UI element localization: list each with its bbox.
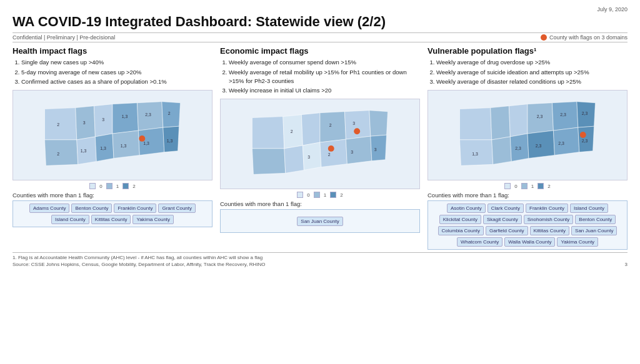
- economic-list: Weekly average of consumer spend down >1…: [220, 58, 420, 96]
- health-counties-box: Adams County Benton County Franklin Coun…: [12, 200, 212, 227]
- vul-county-asotin: Asotin County: [447, 204, 486, 213]
- county-benton: Benton County: [71, 204, 112, 213]
- vul-county-whatcom: Whatcom County: [457, 237, 502, 247]
- svg-marker-49: [460, 108, 492, 140]
- svg-text:1,3: 1,3: [122, 115, 128, 119]
- svg-text:3: 3: [83, 121, 86, 125]
- vulnerable-map-legend: 0 1 2: [428, 183, 628, 189]
- svg-marker-28: [283, 115, 303, 149]
- vulnerable-counties-grid: Asotin County Clark County Franklin Coun…: [432, 204, 623, 247]
- economic-item-2: Weekly average of retail mobility up >15…: [229, 68, 420, 86]
- eco-legend-1-label: 1: [324, 192, 326, 198]
- vulnerable-title: Vulnerable population flags¹: [428, 46, 628, 56]
- vul-county-island: Island County: [570, 204, 608, 213]
- svg-marker-35: [302, 142, 321, 170]
- vulnerable-item-1: Weekly average of drug overdose up >25%: [436, 58, 628, 67]
- svg-marker-31: [344, 111, 370, 139]
- main-columns: Health impact flags Single day new cases…: [12, 46, 628, 250]
- svg-marker-33: [252, 149, 286, 174]
- svg-text:1,3: 1,3: [167, 139, 173, 143]
- svg-marker-37: [346, 137, 371, 164]
- svg-text:3: 3: [308, 155, 310, 159]
- vul-county-columbia: Columbia County: [438, 226, 484, 235]
- health-item-2: 5-day moving average of new cases up >20…: [21, 68, 212, 77]
- county-adams: Adams County: [29, 204, 69, 213]
- page-title: WA COVID-19 Integrated Dashboard: Statew…: [12, 14, 628, 30]
- col-health: Health impact flags Single day new cases…: [12, 46, 212, 250]
- svg-marker-36: [320, 139, 347, 167]
- col-economic: Economic impact flags Weekly average of …: [220, 46, 420, 250]
- svg-text:2,3: 2,3: [558, 141, 564, 145]
- svg-text:2: 2: [57, 152, 59, 156]
- svg-text:2,3: 2,3: [536, 144, 542, 148]
- vul-county-clark: Clark County: [488, 204, 524, 213]
- vul-legend-2: [538, 183, 544, 189]
- legend-label: County with flags on 3 domains: [549, 34, 628, 41]
- eco-legend-1: [314, 192, 320, 198]
- vul-county-wallawalla: Walla Walla County: [504, 237, 555, 247]
- vulnerable-list: Weekly average of drug overdose up >25% …: [428, 58, 628, 87]
- svg-marker-7: [45, 140, 78, 165]
- vulnerable-item-2: Weekly average of suicide ideation and a…: [436, 68, 628, 77]
- legend-2-label: 2: [132, 184, 135, 189]
- svg-text:2: 2: [168, 112, 171, 116]
- svg-text:2,3: 2,3: [582, 139, 588, 143]
- economic-counties-label: Counties with more than 1 flag:: [220, 200, 420, 207]
- svg-text:2,3: 2,3: [515, 146, 521, 150]
- svg-marker-30: [320, 112, 346, 142]
- economic-counties-grid: San Juan County: [297, 217, 342, 226]
- economic-title: Economic impact flags: [220, 46, 420, 56]
- vul-county-franklin: Franklin County: [526, 204, 568, 213]
- county-grant: Grant County: [158, 204, 196, 213]
- svg-marker-59: [553, 127, 579, 155]
- confidential-text: Confidential | Preliminary | Pre-decisio…: [12, 34, 115, 41]
- svg-marker-50: [491, 106, 511, 140]
- page: July 9, 2020 WA COVID-19 Integrated Dash…: [0, 0, 640, 364]
- vul-county-skagit: Skagit County: [483, 215, 522, 224]
- svg-marker-51: [509, 104, 528, 137]
- vul-county-benton: Benton County: [575, 215, 616, 224]
- svg-marker-56: [492, 137, 512, 164]
- svg-text:2: 2: [329, 124, 332, 128]
- svg-marker-2: [76, 106, 96, 140]
- health-item-1: Single day new cases up >40%: [21, 58, 212, 67]
- orange-dot-legend: [541, 34, 547, 41]
- svg-point-46: [328, 145, 334, 152]
- svg-text:1,3: 1,3: [81, 149, 87, 153]
- county-kittitas: Kittitas County: [91, 215, 131, 224]
- svg-text:2: 2: [57, 122, 59, 127]
- vul-county-klickitat: Klickitat County: [439, 215, 481, 224]
- svg-marker-27: [252, 117, 284, 149]
- health-counties-grid: Adams County Benton County Franklin Coun…: [17, 204, 208, 224]
- confidential-bar: Confidential | Preliminary | Pre-decisio…: [12, 32, 628, 42]
- vulnerable-item-3: Weekly average of disaster related condi…: [436, 77, 628, 86]
- svg-text:2,3: 2,3: [560, 113, 566, 117]
- svg-marker-34: [284, 145, 304, 173]
- vul-county-yakima: Yakima County: [557, 237, 598, 247]
- eco-legend-2-label: 2: [340, 192, 342, 198]
- economic-item-3: Weekly increase in initial UI claims >20: [229, 86, 420, 95]
- svg-text:1,3: 1,3: [121, 144, 127, 148]
- vul-legend-0: [504, 183, 511, 189]
- svg-text:2,3: 2,3: [537, 115, 543, 119]
- health-list: Single day new cases up >40% 5-day movin…: [12, 58, 212, 87]
- vulnerable-map: 2,3 2,3 2,3 2,3 2,3 2,3 2,3 1,3: [428, 90, 628, 180]
- svg-marker-29: [301, 113, 320, 145]
- svg-point-47: [354, 129, 360, 135]
- legend-0-label: 0: [99, 184, 102, 189]
- footnote-section: 1. Flag is at Accountable Health Communi…: [12, 252, 628, 267]
- health-map: 2 3 3 1,3 2,3 2 2 1,3 1,3 1,3 1,3 1,3: [12, 90, 212, 180]
- col-vulnerable: Vulnerable population flags¹ Weekly aver…: [428, 46, 628, 250]
- legend-0: [89, 183, 96, 189]
- svg-text:3: 3: [102, 117, 104, 122]
- svg-text:3: 3: [352, 122, 355, 126]
- eco-legend-2: [330, 192, 336, 198]
- vul-legend-0-label: 0: [514, 184, 517, 189]
- legend-1: [106, 183, 112, 189]
- economic-map-legend: 0 1 2: [220, 192, 420, 198]
- legend-1-label: 1: [116, 184, 119, 189]
- eco-legend-0: [297, 192, 303, 198]
- health-map-legend: 0 1 2: [12, 183, 212, 189]
- eco-county-sanjuan: San Juan County: [297, 217, 342, 226]
- vulnerable-counties-label: Counties with more than 1 flag:: [428, 192, 628, 199]
